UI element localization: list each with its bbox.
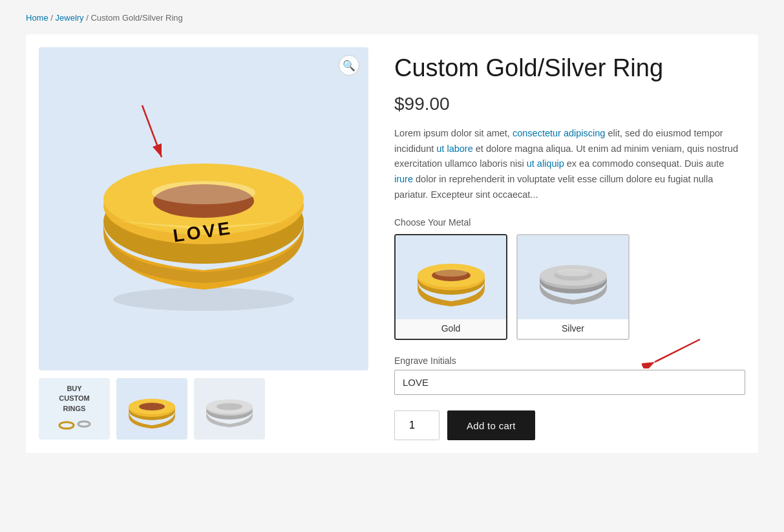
product-description: Lorem ipsum dolor sit amet, consectetur … xyxy=(394,126,745,204)
svg-point-12 xyxy=(78,421,90,427)
metal-option-gold[interactable]: Gold xyxy=(394,234,507,340)
breadcrumb-current: Custom Gold/Silver Ring xyxy=(90,13,182,23)
breadcrumb-home[interactable]: Home xyxy=(26,13,48,23)
svg-point-2 xyxy=(113,288,294,311)
svg-point-30 xyxy=(557,270,589,277)
thumbnail-silver[interactable] xyxy=(194,378,265,440)
metal-options: Gold Silver xyxy=(394,234,745,340)
product-layout: 🔍 xyxy=(26,34,758,453)
engrave-initials-label: Engrave Initials xyxy=(394,356,745,366)
metal-label-gold: Gold xyxy=(396,319,506,339)
metal-section-label: Choose Your Metal xyxy=(394,217,745,228)
engrave-section: Engrave Initials xyxy=(394,356,745,395)
product-info: Custom Gold/Silver Ring $99.00 Lorem ips… xyxy=(394,47,745,440)
add-to-cart-row: Add to cart xyxy=(394,410,745,440)
thumbnail-gold[interactable] xyxy=(116,378,187,440)
main-ring-image: LOVE xyxy=(74,80,333,338)
promo-ring-gold-icon xyxy=(58,417,75,434)
thumbnail-list: BUY CUSTOM RINGS xyxy=(39,378,368,440)
product-title: Custom Gold/Silver Ring xyxy=(394,54,745,83)
svg-point-11 xyxy=(59,422,74,429)
svg-point-20 xyxy=(217,403,242,410)
svg-point-25 xyxy=(435,269,467,277)
metal-option-silver[interactable]: Silver xyxy=(516,234,630,340)
engrave-initials-input[interactable] xyxy=(394,370,745,395)
product-images: 🔍 xyxy=(39,47,368,440)
add-to-cart-button[interactable]: Add to cart xyxy=(447,410,535,440)
quantity-input[interactable] xyxy=(394,410,440,440)
zoom-icon[interactable]: 🔍 xyxy=(339,55,359,76)
thumbnail-promo[interactable]: BUY CUSTOM RINGS xyxy=(39,378,110,440)
main-image: 🔍 xyxy=(39,47,368,370)
metal-label-silver: Silver xyxy=(518,319,628,339)
breadcrumb: Home / Jewelry / Custom Gold/Silver Ring xyxy=(26,13,758,23)
product-price: $99.00 xyxy=(394,94,745,114)
svg-point-9 xyxy=(152,181,255,204)
breadcrumb-jewelry[interactable]: Jewelry xyxy=(56,13,84,23)
svg-point-16 xyxy=(139,403,165,410)
promo-ring-silver-icon xyxy=(77,417,91,431)
